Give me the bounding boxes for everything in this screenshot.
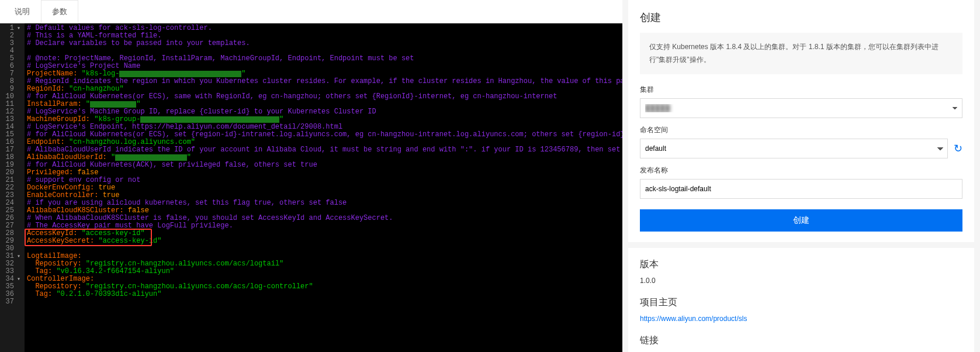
links-title: 链接: [640, 334, 962, 347]
code-line[interactable]: Tag: "v0.16.34.2-f6647154-aliyun": [27, 268, 622, 275]
yaml-editor[interactable]: 1▾23456789101112131415161718192021222324…: [0, 23, 622, 352]
code-line[interactable]: [27, 298, 622, 306]
tabs-bar: 说明参数: [0, 0, 622, 23]
line-number-gutter: 1▾23456789101112131415161718192021222324…: [0, 23, 25, 352]
tab-params[interactable]: 参数: [41, 0, 78, 23]
version-notice: 仅支持 Kubernetes 版本 1.8.4 及以上的集群。对于 1.8.1 …: [640, 33, 962, 74]
cluster-label: 集群: [640, 85, 962, 95]
code-line[interactable]: # support env config or not: [27, 177, 622, 184]
release-name-label: 发布名称: [640, 165, 962, 175]
code-line[interactable]: Tag: "0.2.1.0-70393d1c-aliyun": [27, 291, 622, 298]
code-line[interactable]: # for AliCloud Kubernetes(ACK), set priv…: [27, 161, 622, 169]
homepage-link[interactable]: https://www.aliyun.com/product/sls: [640, 315, 747, 323]
code-area[interactable]: # Default values for ack-sls-log-control…: [25, 23, 622, 352]
namespace-label: 命名空间: [640, 125, 962, 135]
namespace-select[interactable]: default: [640, 139, 948, 158]
cluster-select[interactable]: █████: [640, 98, 962, 118]
meta-panel: 版本 1.0.0 项目主页 https://www.aliyun.com/pro…: [628, 248, 974, 352]
code-line[interactable]: AccessKeySecret: "access-key-id": [27, 237, 622, 245]
code-line[interactable]: [27, 245, 622, 253]
tab-desc[interactable]: 说明: [4, 0, 41, 23]
create-title: 创建: [640, 11, 962, 25]
create-button[interactable]: 创建: [640, 209, 962, 232]
release-name-input[interactable]: [640, 179, 962, 199]
version-title: 版本: [640, 258, 962, 271]
create-panel: 创建 仅支持 Kubernetes 版本 1.8.4 及以上的集群。对于 1.8…: [628, 0, 974, 242]
homepage-title: 项目主页: [640, 296, 962, 309]
version-value: 1.0.0: [640, 277, 962, 285]
refresh-icon[interactable]: ↻: [954, 142, 962, 155]
code-line[interactable]: # Declare variables to be passed into yo…: [27, 40, 622, 47]
